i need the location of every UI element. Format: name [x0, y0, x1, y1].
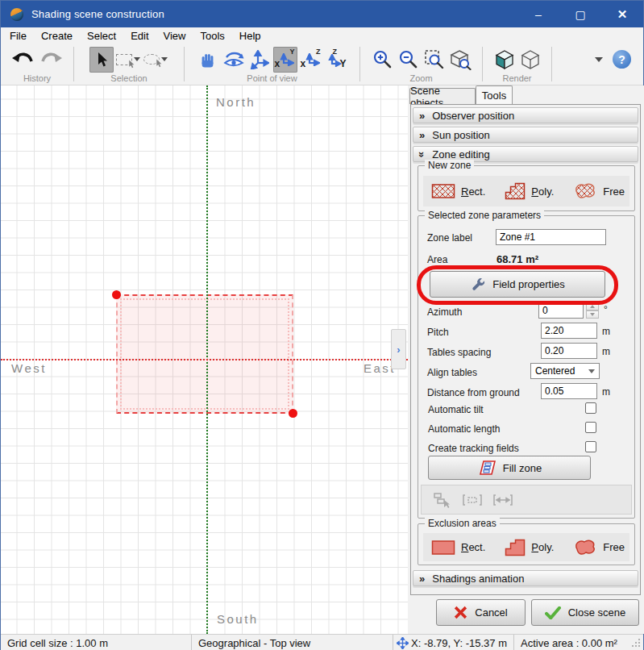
menu-tools[interactable]: Tools [193, 27, 231, 44]
rectangle-select-button[interactable] [115, 47, 141, 73]
toolbar-more-dropdown-icon[interactable] [595, 57, 603, 62]
zone-handle-bottom-right[interactable] [289, 409, 297, 418]
field-properties-button[interactable]: Field properties [430, 271, 605, 298]
maximize-button[interactable]: ▢ [559, 1, 601, 27]
align-tables-value: Centered [535, 365, 575, 377]
history-group-label: History [1, 73, 73, 85]
menu-help[interactable]: Help [232, 27, 268, 44]
menu-create[interactable]: Create [34, 27, 80, 44]
hatched-polygon-icon [505, 182, 526, 200]
group-zoom: Zoom [360, 44, 482, 85]
create-tracking-fields-checkbox[interactable] [585, 441, 596, 452]
app-logo-icon [10, 8, 23, 21]
azimuth-label: Azimuth [427, 306, 462, 318]
table-spacing-icon-disabled [462, 494, 483, 506]
automatic-length-checkbox[interactable] [585, 422, 596, 433]
view-front-button[interactable]: x Z [299, 47, 323, 73]
check-icon [545, 606, 561, 619]
distance-ground-input[interactable] [541, 383, 597, 399]
menu-view[interactable]: View [156, 27, 193, 44]
new-zone-group: New zone Rect. Poly. Free [418, 165, 635, 211]
azimuth-spinner[interactable] [586, 302, 599, 319]
fill-zone-label: Fill zone [503, 462, 542, 474]
table-width-icon-disabled [492, 494, 513, 506]
axis-arrows-icon [328, 54, 343, 67]
lasso-select-dropdown-icon[interactable] [161, 57, 168, 61]
lasso-select-button[interactable] [143, 47, 168, 73]
cancel-x-icon [454, 606, 467, 619]
zoom-in-button[interactable] [371, 47, 395, 73]
group-history: History [1, 44, 73, 85]
exclusion-poly-button[interactable]: Poly. [505, 539, 554, 556]
section-sun-position[interactable]: » Sun position [413, 127, 638, 143]
zone-label-input[interactable] [496, 229, 606, 245]
panel-collapse-button[interactable]: › [391, 329, 406, 369]
tab-scene-objects[interactable]: Scene objects [409, 88, 476, 104]
exclusion-button-strip: Rect. Poly. Free [423, 533, 629, 561]
zoom-in-icon [372, 49, 393, 70]
selection-group-label: Selection [74, 73, 184, 85]
view-side-button[interactable]: Y Z [325, 47, 349, 73]
align-tables-select[interactable]: Centered [530, 363, 600, 379]
eye-icon [223, 50, 244, 69]
scene-canvas[interactable]: North South West East › [1, 85, 408, 634]
fill-zone-button[interactable]: Fill zone [428, 456, 591, 480]
menu-edit[interactable]: Edit [123, 27, 156, 44]
tables-spacing-input[interactable] [541, 343, 597, 359]
pitch-input[interactable] [541, 323, 597, 339]
exclusion-poly-label: Poly. [531, 541, 554, 553]
zone-handle-top-left[interactable] [112, 290, 121, 299]
hand-icon [198, 50, 218, 69]
exclusion-free-button[interactable]: Free [573, 539, 625, 556]
new-zone-poly-button[interactable]: Poly. [505, 182, 554, 200]
resize-grip[interactable] [632, 639, 642, 648]
rect-select-dropdown-icon[interactable] [134, 57, 140, 61]
create-tracking-fields-label: Create tracking fields [428, 443, 519, 454]
view-top-button[interactable]: x Y [273, 47, 297, 73]
new-zone-group-title: New zone [425, 160, 474, 171]
area-caption: Area [427, 254, 447, 265]
redo-button[interactable] [38, 47, 64, 73]
section-sun-label: Sun position [432, 129, 490, 141]
tools-panel-content: » Observer position » Sun position » Zon… [410, 104, 641, 595]
new-zone-button-strip: Rect. Poly. Free [423, 176, 629, 206]
zone-rectangle[interactable] [116, 294, 293, 414]
pan-button[interactable] [196, 47, 220, 73]
distance-ground-label: Distance from ground [427, 387, 520, 398]
zoom-window-button[interactable] [422, 47, 447, 73]
section-shadings-label: Shadings animation [432, 573, 524, 585]
new-zone-free-label: Free [603, 185, 625, 198]
close-button[interactable]: ✕ [601, 1, 643, 27]
table-tools-bar [421, 485, 632, 515]
cancel-button[interactable]: Cancel [436, 599, 526, 626]
chevron-collapsed-icon: » [419, 129, 425, 141]
help-button[interactable]: ? [613, 50, 631, 69]
axes-3d-icon [250, 50, 269, 69]
tab-tools[interactable]: Tools [476, 85, 513, 104]
menu-select[interactable]: Select [80, 27, 123, 44]
select-cursor-button[interactable] [89, 47, 114, 73]
zoom-all-button[interactable] [448, 47, 472, 73]
azimuth-input[interactable] [538, 302, 584, 319]
area-value: 68.71 m² [497, 253, 538, 265]
render-solid-button[interactable] [492, 47, 517, 73]
minimize-button[interactable]: – [517, 1, 559, 27]
automatic-length-label: Automatic length [428, 423, 500, 435]
zoom-out-button[interactable] [397, 47, 421, 73]
automatic-tilt-checkbox[interactable] [585, 402, 596, 414]
filled-polygon-icon [505, 539, 526, 556]
render-wireframe-button[interactable] [518, 47, 542, 73]
new-zone-rect-button[interactable]: Rect. [431, 183, 485, 199]
section-shadings-animation[interactable]: » Shadings animation [413, 570, 638, 586]
field-properties-label: Field properties [492, 278, 565, 290]
section-observer-position[interactable]: » Observer position [413, 107, 638, 123]
new-zone-free-button[interactable]: Free [573, 182, 625, 200]
close-scene-button[interactable]: Close scene [531, 599, 639, 626]
observer-view-button[interactable] [222, 47, 246, 73]
undo-button[interactable] [10, 47, 36, 73]
axes-3d-view-button[interactable] [247, 47, 272, 73]
automatic-tilt-label: Automatic tilt [428, 404, 484, 415]
menu-file[interactable]: File [2, 27, 34, 44]
exclusion-rect-button[interactable]: Rect. [431, 540, 485, 556]
hatched-rectangle-icon [431, 183, 455, 199]
